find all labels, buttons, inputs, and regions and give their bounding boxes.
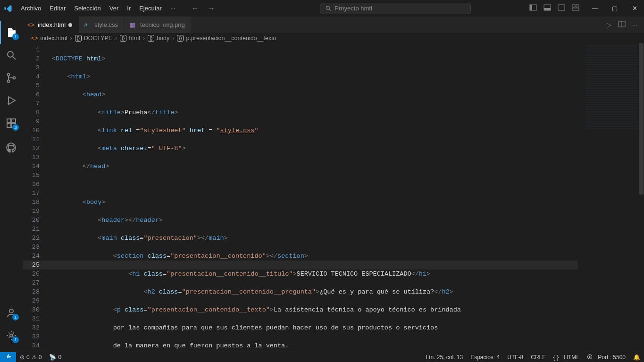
minimize-icon[interactable]: — [589, 2, 601, 15]
minimap[interactable] [585, 45, 637, 130]
svg-rect-17 [7, 124, 11, 127]
toggle-panel-right-icon[interactable] [557, 4, 566, 13]
html-file-icon: <> [27, 21, 35, 29]
tab-label: index.html [38, 21, 66, 28]
toggle-panel-left-icon[interactable] [529, 4, 537, 13]
menu-bar: Archivo Editar Selección Ver Ir Ejecutar… [17, 3, 179, 14]
svg-point-20 [9, 309, 13, 313]
svg-point-14 [13, 77, 16, 79]
toggle-panel-bottom-icon[interactable] [543, 4, 552, 13]
svg-point-0 [326, 6, 330, 9]
code-content: <DOCTYPE html> <html> <head> <title>Prue… [52, 45, 578, 352]
svg-rect-9 [572, 8, 579, 10]
svg-point-12 [8, 74, 10, 76]
tab-label: tecnico_img.png [140, 21, 185, 28]
more-actions-icon[interactable]: ··· [632, 21, 637, 28]
css-file-icon: # [84, 21, 92, 29]
maximize-icon[interactable]: ▢ [609, 2, 620, 15]
status-live-server[interactable]: ⦿ Port : 5500 [583, 354, 629, 361]
activity-source-control[interactable] [0, 67, 23, 89]
svg-rect-6 [558, 5, 565, 10]
run-icon[interactable]: ▷ [607, 21, 611, 28]
nav-back-icon[interactable]: ← [192, 4, 199, 13]
svg-rect-3 [530, 5, 532, 10]
command-center-search[interactable]: Proyecto hmtl [320, 3, 471, 14]
menu-ver[interactable]: Ver [106, 3, 123, 14]
activity-run-debug[interactable] [0, 89, 23, 112]
account-badge: 1 [12, 314, 19, 320]
title-bar: Archivo Editar Selección Ver Ir Ejecutar… [0, 0, 644, 17]
layout-controls [529, 4, 580, 13]
line-number-gutter: 1234567891011121314151617181920212223242… [23, 43, 48, 350]
breadcrumb[interactable]: <> index.html › {} DOCTYPE › {} html › {… [23, 33, 644, 43]
nav-arrows: ← → [192, 4, 215, 13]
menu-more-icon[interactable]: ··· [167, 3, 179, 14]
window-controls: — ▢ ✕ [589, 2, 640, 15]
activity-explorer[interactable]: 1 [0, 21, 23, 44]
search-icon [325, 5, 332, 12]
svg-rect-7 [572, 5, 575, 7]
customize-layout-icon[interactable] [571, 4, 580, 13]
settings-badge: 1 [12, 337, 19, 343]
split-editor-icon[interactable] [618, 20, 626, 29]
activity-account[interactable]: 1 [0, 302, 23, 324]
tab-label: style.css [94, 21, 118, 28]
tab-style-css[interactable]: # style.css [79, 17, 125, 33]
status-eol[interactable]: CRLF [527, 354, 549, 361]
status-ports[interactable]: 📡0 [45, 352, 65, 362]
status-encoding[interactable]: UTF-8 [503, 354, 527, 361]
scrollbar-thumb[interactable] [639, 43, 644, 194]
nav-forward-icon[interactable]: → [208, 4, 215, 13]
activity-search[interactable] [0, 44, 23, 67]
status-notifications-icon[interactable]: 🔔 [629, 354, 644, 361]
crumb-body: body [157, 35, 169, 42]
tab-modified-dot-icon [68, 23, 72, 27]
svg-point-10 [8, 51, 13, 57]
crumb-html: html [129, 35, 140, 42]
activity-bar: 1 3 1 1 [0, 17, 23, 352]
vscode-icon [4, 4, 12, 13]
menu-archivo[interactable]: Archivo [17, 3, 45, 14]
svg-point-21 [10, 334, 13, 337]
tab-index-html[interactable]: <> index.html [23, 17, 79, 33]
explorer-badge: 1 [12, 34, 19, 40]
status-indentation[interactable]: Espacios: 4 [467, 354, 503, 361]
activity-settings[interactable]: 1 [0, 324, 23, 347]
menu-seleccion[interactable]: Selección [70, 3, 104, 14]
vertical-scrollbar[interactable] [638, 43, 644, 352]
status-language[interactable]: { } HTML [550, 354, 583, 361]
editor-tabs: <> index.html # style.css ▦ tecnico_img.… [23, 17, 644, 33]
image-file-icon: ▦ [130, 21, 137, 29]
extensions-badge: 3 [12, 124, 19, 131]
menu-ejecutar[interactable]: Ejecutar [135, 3, 166, 14]
activity-github[interactable] [0, 136, 23, 159]
code-editor[interactable]: 1234567891011121314151617181920212223242… [23, 43, 644, 352]
close-icon[interactable]: ✕ [629, 2, 640, 15]
activity-extensions[interactable]: 3 [0, 112, 23, 135]
status-bar: ⊘0 ⚠0 📡0 Lín. 25, col. 13 Espacios: 4 UT… [0, 352, 644, 362]
tab-tecnico-img[interactable]: ▦ tecnico_img.png [125, 17, 192, 33]
svg-point-13 [8, 80, 10, 83]
menu-editar[interactable]: Editar [46, 3, 69, 14]
svg-rect-19 [12, 119, 16, 123]
status-cursor-position[interactable]: Lín. 25, col. 13 [422, 354, 467, 361]
search-placeholder: Proyecto hmtl [335, 5, 372, 12]
svg-rect-5 [544, 8, 551, 10]
status-problems[interactable]: ⊘0 ⚠0 [16, 352, 45, 362]
editor-actions: ▷ ··· [607, 17, 644, 33]
svg-line-11 [13, 57, 16, 59]
svg-rect-16 [7, 119, 11, 123]
crumb-doctype: DOCTYPE [84, 35, 112, 42]
svg-rect-8 [576, 5, 579, 7]
crumb-p: p.presentacion__contenido__texto [186, 35, 276, 42]
remote-indicator[interactable] [0, 352, 16, 362]
menu-ir[interactable]: Ir [123, 3, 134, 14]
svg-line-1 [329, 9, 331, 10]
svg-point-15 [8, 103, 9, 105]
crumb-file: index.html [41, 35, 67, 42]
